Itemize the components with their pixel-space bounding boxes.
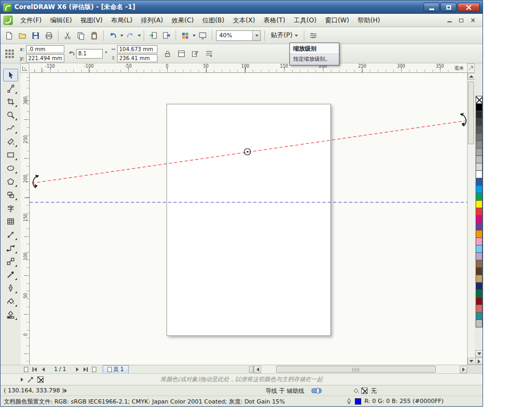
new-document-button[interactable] (3, 29, 15, 42)
tool-freehand[interactable] (3, 122, 18, 135)
print-button[interactable] (43, 29, 55, 42)
open-button[interactable] (16, 29, 29, 42)
palette-swatch[interactable] (476, 275, 483, 283)
palette-swatch[interactable] (476, 237, 483, 245)
tool-pick[interactable] (3, 69, 18, 81)
import-button[interactable] (147, 29, 160, 42)
menu-item-4[interactable]: 排列(A) (137, 14, 168, 27)
scroll-up-button[interactable] (468, 73, 475, 80)
zoom-level-combobox[interactable]: 40% (216, 30, 261, 41)
menu-item-3[interactable]: 布局(L) (107, 14, 137, 27)
palette-swatch[interactable] (476, 170, 483, 178)
prop-button-2[interactable] (189, 47, 202, 61)
application-launcher-button[interactable] (179, 29, 192, 42)
palette-swatch[interactable] (476, 305, 483, 313)
redo-button[interactable] (124, 29, 137, 42)
palette-swatch[interactable] (476, 290, 483, 298)
close-button[interactable] (458, 3, 480, 12)
first-page-button[interactable] (30, 366, 39, 373)
scroll-down-button[interactable] (468, 358, 475, 365)
menu-item-5[interactable]: 效果(C) (167, 14, 198, 27)
previous-page-button[interactable] (39, 366, 47, 373)
minimize-button[interactable] (423, 3, 439, 12)
menu-item-6[interactable]: 位图(B) (198, 14, 229, 27)
tool-connector[interactable] (3, 242, 18, 254)
statusbar-expand-icon[interactable] (64, 389, 67, 393)
palette-scroll-down-button[interactable] (475, 350, 483, 357)
object-height-field[interactable]: 236.41 mm (117, 54, 157, 62)
scroll-left-button[interactable] (254, 366, 261, 373)
menu-item-10[interactable]: 窗口(W) (321, 14, 353, 27)
horizontal-ruler[interactable]: -150-100-50050100150200250300350 毫米 (30, 63, 467, 73)
horizontal-scrollbar-thumb[interactable] (276, 366, 436, 373)
palette-swatch[interactable] (476, 215, 483, 223)
doc-minimize-button[interactable] (446, 17, 453, 23)
welcome-screen-button[interactable] (196, 29, 209, 42)
copy-button[interactable] (74, 29, 87, 42)
snap-to-button[interactable]: 贴齐(P) (268, 29, 301, 42)
rotation-handle-right[interactable] (460, 113, 466, 126)
ruler-options-button[interactable] (467, 63, 475, 73)
palette-swatch[interactable] (476, 200, 483, 208)
paste-button[interactable] (88, 29, 101, 42)
last-page-button[interactable] (81, 366, 90, 373)
menu-item-0[interactable]: 文件(F) (16, 14, 46, 27)
object-details-toggle-icon[interactable] (311, 388, 322, 394)
palette-swatch[interactable] (476, 230, 483, 238)
tool-dimension[interactable] (3, 228, 18, 241)
palette-swatch[interactable] (476, 282, 483, 290)
export-button[interactable] (160, 29, 173, 42)
vertical-scrollbar-thumb[interactable] (468, 81, 474, 144)
palette-swatch[interactable] (476, 133, 483, 141)
tool-zoom[interactable] (3, 109, 18, 121)
palette-swatch[interactable] (476, 111, 483, 119)
lock-ratio-button[interactable] (161, 47, 174, 61)
palette-swatch[interactable] (476, 103, 483, 111)
palette-swatch[interactable] (476, 178, 483, 186)
drawing-canvas[interactable] (30, 73, 467, 365)
palette-flyout-button[interactable] (475, 358, 483, 365)
palette-swatch[interactable] (476, 252, 483, 260)
tool-crop[interactable] (3, 95, 18, 108)
page-curl-button[interactable] (22, 366, 30, 373)
undo-button[interactable] (106, 29, 119, 42)
maximize-button[interactable] (440, 3, 456, 12)
redo-dropdown[interactable] (138, 35, 141, 37)
y-position-field[interactable]: 221.494 mm (26, 54, 64, 62)
tool-shape[interactable] (3, 82, 18, 95)
horizontal-scrollbar[interactable] (253, 365, 467, 374)
tool-fill[interactable] (3, 295, 18, 308)
palette-swatch[interactable] (476, 223, 483, 231)
object-width-field[interactable]: 104.673 mm (117, 45, 157, 53)
tool-interactive-fill[interactable] (3, 308, 18, 321)
palette-swatch[interactable] (476, 163, 483, 171)
doc-restore-button[interactable] (458, 17, 465, 23)
palette-swatch[interactable] (476, 312, 483, 320)
menu-item-9[interactable]: 工具(O) (289, 14, 321, 27)
palette-swatch[interactable] (476, 148, 483, 156)
menu-item-11[interactable]: 帮助(H) (353, 14, 384, 27)
object-origin-selector[interactable] (4, 48, 15, 60)
x-position-field[interactable]: .0 mm (26, 45, 64, 53)
application-launcher-dropdown[interactable] (193, 35, 196, 37)
tool-outline-pen[interactable] (3, 282, 18, 294)
scroll-right-button[interactable] (460, 366, 467, 373)
tool-rectangle[interactable] (3, 149, 18, 161)
palette-swatch[interactable] (476, 185, 483, 193)
palette-swatch[interactable] (476, 118, 483, 126)
zoom-level-dropdown-button[interactable] (252, 31, 260, 40)
next-page-button[interactable] (73, 366, 81, 373)
tool-smart-fill[interactable] (3, 135, 18, 148)
options-button[interactable] (307, 29, 320, 42)
rotating-guideline[interactable] (32, 121, 465, 183)
palette-swatch[interactable] (476, 267, 483, 275)
vertical-ruler[interactable]: 300250200150100500 (21, 73, 30, 365)
palette-no-color-swatch[interactable] (476, 96, 483, 104)
palette-swatch[interactable] (476, 155, 483, 163)
page-tab[interactable]: 页 1 (103, 365, 129, 373)
tool-ellipse[interactable] (3, 162, 18, 175)
rotation-angle-field[interactable]: 8.1 (76, 49, 103, 59)
palette-swatch[interactable] (476, 260, 483, 268)
tool-basic-shapes[interactable] (3, 188, 18, 201)
vertical-scrollbar[interactable] (467, 73, 475, 365)
